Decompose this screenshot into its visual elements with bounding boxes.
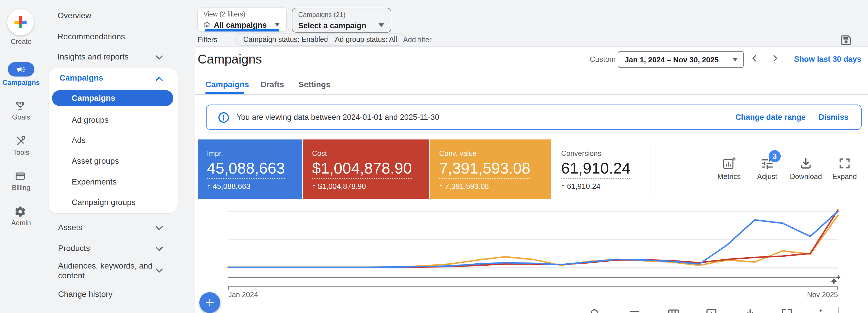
rail-item-admin-label[interactable]: Admin: [0, 219, 42, 227]
rail-item-campaigns-label: Campaigns: [0, 78, 42, 86]
view-dropdown[interactable]: View (2 filters) All campaigns: [198, 8, 286, 32]
sidebar-item-ads[interactable]: Ads: [72, 136, 86, 145]
page-title: Campaigns: [198, 52, 262, 66]
view-dropdown-label: View (2 filters): [204, 10, 245, 18]
rail-item-tools-label[interactable]: Tools: [0, 148, 42, 156]
toolbar-separator: [838, 307, 839, 313]
tools-icon[interactable]: [14, 135, 26, 147]
chevron-down-icon[interactable]: [154, 223, 164, 233]
chevron-down-icon[interactable]: [154, 244, 164, 254]
date-mode-label: Custom: [590, 55, 616, 64]
filter-chip-campaign-status[interactable]: Campaign status: Enabled: [235, 33, 336, 46]
info-icon: [218, 111, 230, 124]
sidebar-item-campaigns-selected[interactable]: Campaigns: [52, 90, 174, 106]
chevron-down-icon[interactable]: [154, 53, 164, 62]
adjust-button-label[interactable]: Adjust: [747, 172, 787, 181]
view-dropdown-value: All campaigns: [214, 21, 267, 30]
chevron-down-icon[interactable]: [154, 266, 164, 275]
tab-drafts[interactable]: Drafts: [260, 80, 284, 89]
credit-card-icon[interactable]: [14, 170, 26, 182]
chart-icon[interactable]: [705, 307, 718, 313]
chart-series-lines: [228, 210, 838, 267]
rail-item-billing-label[interactable]: Billing: [0, 184, 42, 192]
banner-text: You are viewing data between 2024-01-01 …: [237, 113, 439, 122]
search-icon[interactable]: [589, 307, 602, 313]
sidebar-item-audiences[interactable]: Audiences, keywords, and content: [58, 261, 153, 281]
trophy-icon[interactable]: [14, 100, 26, 112]
columns-icon[interactable]: [667, 307, 680, 313]
scorecard-value: 61,910.24: [561, 160, 630, 179]
campaign-select-value: Select a campaign: [298, 21, 366, 30]
download-icon[interactable]: [743, 307, 757, 313]
download-icon[interactable]: [799, 156, 813, 171]
chevron-left-icon[interactable]: [750, 54, 760, 63]
x-axis-start-label: Jan 2024: [228, 290, 258, 299]
add-fab-button[interactable]: [199, 292, 220, 313]
campaign-select-dropdown[interactable]: Campaigns (21) Select a campaign: [292, 8, 391, 33]
more-vert-icon[interactable]: [814, 307, 827, 313]
show-last-30-days-link[interactable]: Show last 30 days: [794, 55, 861, 64]
view-active-indicator: [205, 29, 279, 32]
home-icon: [203, 20, 211, 29]
active-tab-indicator: [206, 92, 244, 94]
performance-chart[interactable]: [196, 202, 868, 292]
sidebar-item-campaigns-header[interactable]: Campaigns: [60, 73, 103, 82]
arrow-up-icon: ↑: [207, 182, 211, 190]
tab-campaigns[interactable]: Campaigns: [206, 80, 249, 89]
change-date-range-link[interactable]: Change date range: [735, 113, 806, 122]
scorecard-delta: ↑ 7,391,593.08: [439, 182, 489, 191]
scorecard-conv-value[interactable]: Conv. value 7,391,593.08 ↑ 7,391,593.08: [430, 139, 551, 199]
sidebar-item-change-history[interactable]: Change history: [58, 290, 113, 299]
filters-label: Filters: [198, 36, 217, 44]
caret-down-icon: [732, 58, 738, 61]
gear-icon[interactable]: [14, 206, 26, 218]
scorecard-label: Impr.: [207, 149, 223, 158]
sidebar-item-ad-groups[interactable]: Ad groups: [72, 115, 108, 125]
scorecard-divider: [650, 141, 650, 196]
sidebar-item-insights[interactable]: Insights and reports: [58, 52, 129, 62]
sidebar-item-overview[interactable]: Overview: [58, 11, 91, 20]
arrow-up-icon: ↑: [439, 182, 443, 190]
date-info-banner: You are viewing data between 2024-01-01 …: [206, 105, 862, 130]
arrow-up-icon: ↑: [561, 182, 565, 190]
fullscreen-icon[interactable]: [780, 307, 794, 313]
sidebar-item-experiments[interactable]: Experiments: [72, 177, 117, 186]
filter-chip-ad-group-status[interactable]: Ad group status: All: [327, 33, 405, 46]
metrics-button-label[interactable]: Metrics: [709, 172, 749, 181]
rail-item-goals-label[interactable]: Goals: [0, 113, 42, 121]
metrics-icon[interactable]: [722, 156, 736, 171]
sidebar-item-asset-groups[interactable]: Asset groups: [72, 156, 119, 166]
scorecard-impressions[interactable]: Impr. 45,088,663 ↑ 45,088,663: [198, 139, 302, 199]
dismiss-link[interactable]: Dismiss: [818, 113, 849, 122]
create-button[interactable]: [7, 9, 34, 36]
add-filter-button[interactable]: Add filter: [403, 36, 432, 44]
sidebar-item-assets[interactable]: Assets: [58, 223, 82, 232]
scorecard-conversions[interactable]: Conversions 61,910.24 ↑ 61,910.24: [552, 139, 649, 199]
sparkle-icon[interactable]: [830, 274, 841, 286]
caret-down-icon: [378, 23, 384, 27]
plus-icon: [204, 297, 216, 308]
rail-item-campaigns[interactable]: [8, 62, 34, 76]
tab-settings[interactable]: Settings: [299, 80, 330, 89]
date-range-dropdown[interactable]: Jan 1, 2024 – Nov 30, 2025: [618, 51, 744, 68]
sidebar-item-label: Campaigns: [72, 94, 115, 103]
scorecard-value: $1,004,878.90: [312, 160, 412, 179]
scorecard-cost[interactable]: Cost $1,004,878.90 ↑ $1,004,878.90: [303, 139, 429, 199]
chevron-up-icon[interactable]: [154, 74, 164, 84]
chevron-right-icon[interactable]: [770, 54, 780, 63]
topbar-divider: [195, 46, 868, 47]
scorecard-value: 7,391,593.08: [439, 160, 530, 179]
segment-icon[interactable]: [628, 307, 641, 313]
save-icon[interactable]: [840, 34, 852, 46]
scorecard-delta: ↑ $1,004,878.90: [312, 182, 366, 191]
download-button-label[interactable]: Download: [786, 172, 826, 181]
sidebar-item-products[interactable]: Products: [58, 244, 90, 253]
expand-button-label[interactable]: Expand: [825, 172, 865, 181]
scorecard-label: Conv. value: [439, 149, 477, 158]
megaphone-icon: [16, 64, 26, 74]
expand-icon[interactable]: [838, 157, 851, 170]
sidebar-item-recommendations[interactable]: Recommendations: [58, 32, 125, 41]
adjust-badge: 3: [769, 150, 781, 162]
sidebar-item-campaign-groups[interactable]: Campaign groups: [72, 198, 135, 207]
scorecard-label: Conversions: [561, 149, 601, 158]
